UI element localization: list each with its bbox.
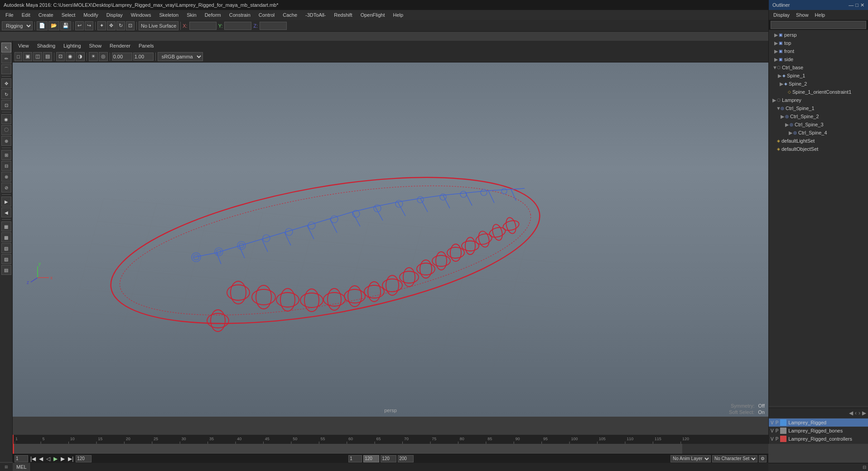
menu-edit[interactable]: Edit [18, 11, 34, 19]
outliner-resize-icon[interactable]: ⊟ [863, 465, 866, 470]
mode-dropdown[interactable]: Rigging [2, 21, 33, 30]
play-fwd-btn[interactable]: ▶ [53, 456, 58, 462]
range-start-input[interactable] [348, 455, 362, 462]
menu-help[interactable]: Help [389, 11, 407, 19]
vp-tb-btn1[interactable]: □ [14, 52, 22, 61]
vp-menu-view[interactable]: View [14, 42, 33, 49]
layer-v-ctrls[interactable]: V [771, 437, 774, 442]
sculpt-tool[interactable]: 〇 [1, 125, 11, 135]
vp-menu-lighting[interactable]: Lighting [60, 42, 85, 49]
menu-display[interactable]: Display [103, 11, 126, 19]
menu-file[interactable]: File [2, 11, 17, 19]
no-live-surface-btn[interactable]: No Live Surface [139, 21, 178, 30]
scroll-right-btn[interactable]: ▶ [862, 410, 866, 416]
tree-item-ctrl-spine3[interactable]: ▶ ◎ Ctrl_Spine_3 [769, 120, 868, 129]
outliner-menu-show[interactable]: Show [793, 11, 811, 19]
anim-prefs-btn[interactable]: ⚙ [759, 455, 767, 462]
layer-tool-1[interactable]: ▦ [1, 221, 11, 231]
end-frame-input[interactable] [76, 455, 92, 462]
layer-tool-5[interactable]: ▤ [1, 265, 11, 275]
scroll-prev-btn[interactable]: ‹ [855, 410, 857, 416]
hscroll-track[interactable] [769, 406, 868, 408]
scroll-left-btn[interactable]: ◀ [849, 410, 853, 416]
outliner-search-input[interactable] [771, 21, 866, 29]
snap-to-grid[interactable]: ⊞ [1, 150, 11, 160]
snap-to-curve[interactable]: ⊟ [1, 161, 11, 171]
rotate-tool-btn[interactable]: ↻ [116, 21, 125, 30]
vp-tb-wire[interactable]: ⊡ [56, 52, 65, 61]
new-btn[interactable]: 📄 [37, 21, 48, 30]
scale-tool[interactable]: ⊡ [1, 100, 11, 110]
vp-value2[interactable] [133, 53, 154, 61]
tree-expand-ctrl-spine2[interactable]: ▶ [781, 114, 785, 120]
menu-modify[interactable]: Modify [80, 11, 101, 19]
lasso-tool[interactable]: ⌒ [1, 64, 11, 74]
max-start-input[interactable] [381, 455, 396, 462]
tree-expand-spine1[interactable]: ▶ [778, 73, 782, 79]
menu-cache[interactable]: Cache [279, 11, 301, 19]
outliner-menu-display[interactable]: Display [771, 11, 792, 19]
anim-layer-select[interactable]: No Anim Layer [670, 455, 711, 462]
tree-expand-ctrl-spine1[interactable]: ▼ [776, 106, 781, 111]
menu-windows[interactable]: Windows [127, 11, 155, 19]
vp-tb-shade[interactable]: ◑ [76, 52, 85, 61]
range-end-input[interactable] [363, 455, 379, 462]
tree-item-defaultlightset[interactable]: ◈ defaultLightSet [769, 137, 868, 145]
layer-lamprey-bones[interactable]: V P Lamprey_Rigged_bones [769, 427, 868, 435]
layer-tool-3[interactable]: ▧ [1, 243, 11, 253]
menu-create[interactable]: Create [35, 11, 57, 19]
tree-expand-front[interactable]: ▶ [774, 48, 779, 54]
vp-tb-light1[interactable]: ☀ [89, 52, 98, 61]
tree-item-top[interactable]: ▶ ▣ top [769, 39, 868, 47]
cmd-input[interactable] [31, 463, 768, 471]
select-tool-btn[interactable]: ✦ [97, 21, 106, 30]
vp-tb-smooth[interactable]: ◉ [66, 52, 75, 61]
prev-frame-btn[interactable]: ◀ [38, 456, 44, 462]
tree-expand-ctrl-base[interactable]: ▼ [772, 65, 777, 70]
tree-item-persp[interactable]: ▶ ▣ persp [769, 31, 868, 39]
layer-lamprey-controllers[interactable]: V P Lamprey_Rigged_controllers [769, 435, 868, 443]
tree-item-lamprey[interactable]: ▶ ⬡ Lamprey [769, 96, 868, 104]
snap-to-point[interactable]: ⊗ [1, 172, 11, 182]
menu-skin[interactable]: Skin [183, 11, 200, 19]
paint-tool[interactable]: ✏ [1, 53, 11, 63]
open-btn[interactable]: 📂 [48, 21, 59, 30]
tree-item-side[interactable]: ▶ ▣ side [769, 55, 868, 63]
character-set-select[interactable]: No Character Set [712, 455, 757, 462]
y-input[interactable] [224, 22, 251, 30]
menu-control[interactable]: Control [255, 11, 278, 19]
layer-p-bones[interactable]: P [776, 428, 779, 433]
x-input[interactable] [189, 22, 217, 30]
vp-menu-show[interactable]: Show [86, 42, 106, 49]
menu-deform[interactable]: Deform [201, 11, 225, 19]
outliner-minimize-btn[interactable]: — [849, 2, 854, 8]
vp-menu-renderer[interactable]: Renderer [106, 42, 134, 49]
outliner-maximize-btn[interactable]: □ [855, 2, 858, 8]
render-current[interactable]: ◀ [1, 207, 11, 217]
vp-menu-shading[interactable]: Shading [34, 42, 59, 49]
tree-item-spine1-orient[interactable]: ◇ Spine_1_orientConstraint1 [769, 88, 868, 96]
move-tool-btn[interactable]: ✥ [107, 21, 116, 30]
prev-key-btn[interactable]: |◀ [29, 456, 37, 462]
menu-skeleton[interactable]: Skeleton [155, 11, 182, 19]
vp-tb-btn3[interactable]: ◫ [33, 52, 42, 61]
tree-item-ctrl-spine1[interactable]: ▼ ◎ Ctrl_Spine_1 [769, 104, 868, 112]
menu-constrain[interactable]: Constrain [226, 11, 254, 19]
vp-value1[interactable] [112, 53, 132, 61]
snap-to-surface[interactable]: ⊘ [1, 183, 11, 192]
save-btn[interactable]: 💾 [60, 21, 71, 30]
layer-tool-2[interactable]: ▩ [1, 232, 11, 242]
layer-lamprey-rigged[interactable]: V P Lamprey_Rigged [769, 418, 868, 427]
z-input[interactable] [260, 22, 287, 30]
tree-expand-ctrl-spine3[interactable]: ▶ [785, 122, 790, 128]
next-key-btn[interactable]: ▶| [67, 456, 74, 462]
max-end-input[interactable] [398, 455, 414, 462]
tree-expand-top[interactable]: ▶ [774, 40, 779, 46]
layer-tool-4[interactable]: ▨ [1, 254, 11, 264]
undo-btn[interactable]: ↩ [75, 21, 84, 30]
show-manip-tool[interactable]: ⊕ [1, 136, 11, 146]
tree-item-front[interactable]: ▶ ▣ front [769, 47, 868, 55]
layer-p-ctrls[interactable]: P [776, 437, 779, 442]
render-preview[interactable]: ▶ [1, 197, 11, 207]
move-tool[interactable]: ✥ [1, 78, 11, 88]
